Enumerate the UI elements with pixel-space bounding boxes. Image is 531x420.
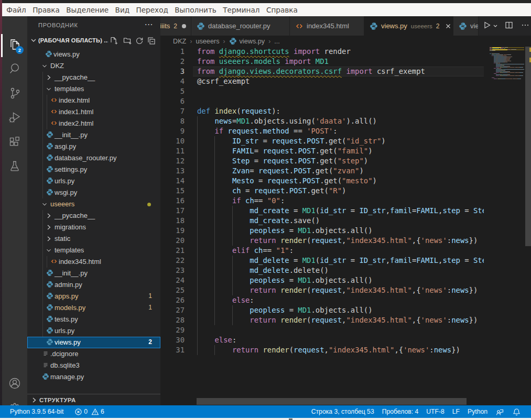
tree-item-urls.py[interactable]: urls.py	[27, 325, 160, 337]
activity-bar-testing[interactable]	[2, 155, 27, 179]
tree-item-tests.py[interactable]: tests.py	[27, 314, 160, 325]
code-editor[interactable]: 1234567891011121314151617181920212223242…	[160, 47, 531, 405]
code-line-22[interactable]: md_delete = MD1(id_str = ID_str,famil=FA…	[193, 256, 484, 266]
tree-item-__pycache__[interactable]: __pycache__	[27, 210, 160, 222]
code-line-10[interactable]: ID_str = request.POST.get("id_str")	[193, 136, 484, 146]
status-language[interactable]: Python	[468, 408, 487, 415]
code-line-4[interactable]: @csrf_exempt	[193, 76, 484, 86]
status-python-version[interactable]: Python 3.9.5 64-bit	[10, 408, 63, 415]
code-line-16[interactable]: if ch== "0":	[193, 196, 484, 206]
menu-item-вид[interactable]: Вид	[112, 6, 133, 14]
menu-item-справка[interactable]: Справка	[263, 6, 301, 14]
activity-bar-run-debug[interactable]	[2, 106, 27, 130]
code-line-2[interactable]: from useeers.models import MD1	[193, 57, 484, 67]
code-line-24[interactable]: peopless = MD1.objects.all()	[193, 275, 484, 285]
code-line-7[interactable]: def index(request):	[193, 106, 484, 116]
status-problems[interactable]: 0 6	[74, 408, 104, 415]
tree-item-urls.py[interactable]: urls.py	[27, 175, 160, 187]
explorer-more-actions-button[interactable]: ⋯	[142, 18, 156, 32]
tree-item-templates[interactable]: templates	[27, 245, 160, 256]
code-line-31[interactable]: return render(request,"index345.html",{'…	[193, 345, 484, 355]
tab-views.py[interactable]: views.py	[453, 16, 479, 36]
menu-item-терминал[interactable]: Терминал	[220, 6, 263, 14]
code-line-17[interactable]: md_create = MD1(id_str = ID_str,famil=FA…	[193, 206, 484, 216]
activity-bar-search[interactable]	[2, 58, 27, 82]
status-encoding[interactable]: UTF-8	[426, 408, 445, 415]
code-lines[interactable]: from django.shortcuts import renderfrom …	[193, 47, 484, 371]
code-line-14[interactable]: Mesto = request.POST.get("mesto")	[193, 176, 484, 186]
tree-item-index.html[interactable]: index.html	[27, 95, 160, 106]
bell-icon[interactable]	[512, 407, 521, 416]
tree-item-index2.html[interactable]: index2.html	[27, 118, 160, 129]
breadcrumb-item[interactable]: useeers	[196, 38, 219, 45]
code-line-25[interactable]: return render(request,"index345.html",{'…	[193, 285, 484, 295]
tab-views.py-useeers[interactable]: views.pyuseeers2	[364, 16, 453, 36]
collapse-all-button[interactable]	[147, 36, 156, 46]
tree-item-index345.html[interactable]: index345.html	[27, 256, 160, 268]
tree-item-__init__.py[interactable]: __init__.py	[27, 129, 160, 141]
tree-item-__init__.py[interactable]: __init__.py	[27, 268, 160, 279]
menu-item-выполнить[interactable]: Выполнить	[171, 6, 220, 14]
tree-item-manage.py[interactable]: manage.py	[27, 371, 160, 383]
new-file-button[interactable]	[109, 36, 118, 46]
menu-item-файл[interactable]: Файл	[3, 6, 29, 14]
tree-item-.dcignore[interactable]: .dcignore	[27, 348, 160, 360]
tree-item-wsgi.py[interactable]: wsgi.py	[27, 187, 160, 198]
code-line-26[interactable]: else:	[193, 295, 484, 305]
code-line-13[interactable]: Zvan= request.POST.get("zvan")	[193, 166, 484, 176]
run-button[interactable]	[482, 20, 492, 32]
tree-item-DKZ[interactable]: DKZ	[27, 60, 160, 72]
code-line-19[interactable]: peopless = MD1.objects.all()	[193, 226, 484, 236]
code-line-6[interactable]	[193, 96, 484, 106]
code-line-3[interactable]: from django.views.decorators.csrf import…	[193, 67, 484, 76]
new-folder-button[interactable]	[123, 36, 132, 46]
code-line-21[interactable]: elif ch== "1":	[193, 246, 484, 256]
tree-item-index1.html[interactable]: index1.html	[27, 106, 160, 118]
code-line-1[interactable]: from django.shortcuts import render	[193, 47, 484, 57]
code-line-11[interactable]: FAMIL= request.POST.get("famil")	[193, 146, 484, 156]
breadcrumb-item[interactable]: views.py	[240, 38, 265, 45]
tree-item-views.py[interactable]: views.py2	[27, 337, 160, 348]
code-line-27[interactable]: peopless = MD1.objects.all()	[193, 305, 484, 315]
activity-bar-source-control[interactable]	[2, 82, 27, 106]
menu-item-переход[interactable]: Переход	[133, 6, 171, 14]
chevron-down-button[interactable]	[492, 21, 499, 31]
status-indentation[interactable]: Пробелов: 4	[382, 408, 419, 415]
code-line-20[interactable]: return render(request,"index345.html",{'…	[193, 236, 484, 246]
vertical-scrollbar[interactable]	[525, 47, 531, 246]
tree-item-apps.py[interactable]: apps.py1	[27, 291, 160, 302]
tree-item-settings.py[interactable]: settings.py	[27, 164, 160, 175]
menu-item-правка[interactable]: Правка	[29, 6, 63, 14]
code-line-12[interactable]: Step = request.POST.get("step")	[193, 156, 484, 166]
refresh-button[interactable]	[135, 36, 144, 46]
status-cursor-position[interactable]: Строка 3, столбец 53	[311, 408, 374, 415]
code-line-29[interactable]	[193, 325, 484, 335]
tree-item-database_roouter.py[interactable]: database_roouter.py	[27, 152, 160, 164]
code-line-5[interactable]	[193, 86, 484, 96]
minimap[interactable]	[490, 47, 524, 371]
outline-section-header[interactable]: СТРУКТУРА	[27, 394, 160, 405]
breadcrumb-item[interactable]: ...	[274, 38, 280, 45]
tree-item-useeers[interactable]: useeers	[27, 198, 160, 210]
split-editor-button[interactable]	[504, 20, 514, 32]
code-line-18[interactable]: md_create.save()	[193, 216, 484, 226]
workspace-section-header[interactable]: (РАБОЧАЯ ОБЛАСТЬ) ...	[27, 35, 160, 46]
tree-item-static[interactable]: static	[27, 233, 160, 245]
tree-item-admin.py[interactable]: admin.py	[27, 279, 160, 291]
code-line-8[interactable]: news=MD1.objects.using('daata').all()	[193, 116, 484, 126]
close-icon[interactable]	[444, 22, 452, 30]
activity-bar-account[interactable]	[2, 372, 27, 396]
code-line-30[interactable]: else:	[193, 335, 484, 345]
tree-item-db.sqlite3[interactable]: db.sqlite3	[27, 360, 160, 371]
horizontal-scrollbar[interactable]	[197, 398, 467, 405]
more-button[interactable]	[521, 20, 530, 32]
activity-bar-extensions[interactable]	[2, 131, 27, 155]
tab-database_roouter.py[interactable]: database_roouter.py	[191, 16, 290, 36]
status-eol[interactable]: LF	[452, 408, 460, 415]
tree-item-templates[interactable]: templates	[27, 83, 160, 95]
tree-item-views.py[interactable]: views.py	[27, 49, 160, 60]
tree-item-__pycache__[interactable]: __pycache__	[27, 72, 160, 83]
tree-item-migrations[interactable]: migrations	[27, 222, 160, 233]
tree-item-models.py[interactable]: models.py1	[27, 302, 160, 314]
tab-index345.html[interactable]: index345.html	[290, 16, 364, 36]
